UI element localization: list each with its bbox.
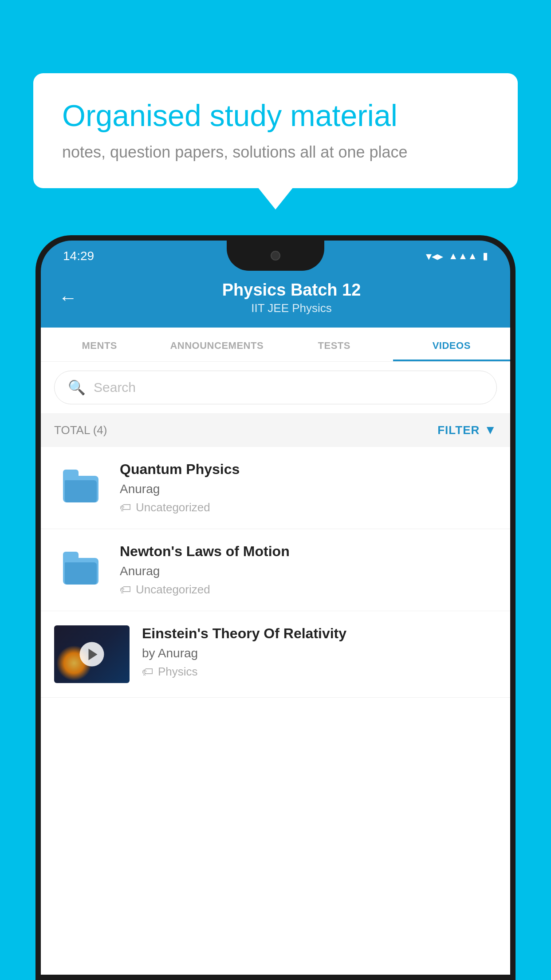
search-bar[interactable]: 🔍 Search — [54, 371, 497, 404]
filter-label: FILTER — [437, 423, 480, 437]
total-count: TOTAL (4) — [54, 423, 107, 437]
phone-frame: 14:29 ▾◂▸ ▲▲▲ ▮ ← Physics Batch 12 IIT J… — [35, 235, 516, 980]
video-info: Quantum Physics Anurag 🏷 Uncategorized — [120, 461, 497, 514]
item-thumbnail — [54, 461, 107, 514]
speech-bubble-section: Organised study material notes, question… — [33, 73, 518, 188]
play-triangle-icon — [88, 648, 97, 660]
header-title: Physics Batch 12 — [91, 281, 492, 300]
filter-button[interactable]: FILTER ▼ — [437, 423, 497, 437]
status-time: 14:29 — [63, 249, 94, 263]
tab-tests[interactable]: TESTS — [276, 328, 393, 361]
folder-icon — [63, 474, 98, 502]
folder-icon-wrapper — [61, 468, 101, 508]
tag-label: Uncategorized — [136, 583, 210, 597]
tag-icon: 🏷 — [142, 665, 153, 679]
video-tag: 🏷 Uncategorized — [120, 501, 497, 514]
folder-icon — [63, 556, 98, 585]
phone-notch — [227, 241, 324, 271]
list-item[interactable]: Newton's Laws of Motion Anurag 🏷 Uncateg… — [41, 529, 510, 611]
search-input[interactable]: Search — [94, 380, 136, 395]
tag-icon: 🏷 — [120, 583, 131, 597]
tab-ments[interactable]: MENTS — [41, 328, 158, 361]
video-list: Quantum Physics Anurag 🏷 Uncategorized — [41, 447, 510, 975]
phone-inner: 14:29 ▾◂▸ ▲▲▲ ▮ ← Physics Batch 12 IIT J… — [41, 241, 510, 975]
filter-icon: ▼ — [484, 423, 497, 437]
folder-front — [65, 562, 97, 585]
search-icon: 🔍 — [68, 379, 86, 396]
tab-videos[interactable]: VIDEOS — [393, 328, 511, 361]
phone-screen: ← Physics Batch 12 IIT JEE Physics MENTS… — [41, 272, 510, 975]
battery-icon: ▮ — [483, 250, 488, 262]
video-tag: 🏷 Physics — [142, 665, 497, 679]
video-tag: 🏷 Uncategorized — [120, 583, 497, 597]
play-button[interactable] — [80, 642, 104, 667]
video-thumbnail-einstein — [54, 625, 130, 683]
header-subtitle: IIT JEE Physics — [91, 301, 492, 315]
bubble-subtitle: notes, question papers, solutions all at… — [62, 143, 489, 162]
tab-bar: MENTS ANNOUNCEMENTS TESTS VIDEOS — [41, 328, 510, 362]
bubble-title: Organised study material — [62, 98, 489, 134]
search-container: 🔍 Search — [41, 362, 510, 413]
speech-bubble-card: Organised study material notes, question… — [33, 73, 518, 188]
back-button[interactable]: ← — [59, 287, 77, 308]
video-info: Newton's Laws of Motion Anurag 🏷 Uncateg… — [120, 543, 497, 597]
video-info: Einstein's Theory Of Relativity by Anura… — [142, 625, 497, 679]
list-item[interactable]: Einstein's Theory Of Relativity by Anura… — [41, 611, 510, 698]
video-author: Anurag — [120, 564, 497, 578]
filter-row: TOTAL (4) FILTER ▼ — [41, 413, 510, 447]
wifi-icon: ▾◂▸ — [426, 249, 443, 263]
folder-front — [65, 480, 97, 502]
signal-icon: ▲▲▲ — [449, 250, 477, 262]
video-title: Einstein's Theory Of Relativity — [142, 625, 497, 642]
video-title: Quantum Physics — [120, 461, 497, 478]
front-camera — [271, 251, 280, 261]
header-title-group: Physics Batch 12 IIT JEE Physics — [91, 281, 492, 315]
folder-icon-wrapper — [61, 550, 101, 590]
list-item[interactable]: Quantum Physics Anurag 🏷 Uncategorized — [41, 447, 510, 529]
item-thumbnail — [54, 543, 107, 597]
video-title: Newton's Laws of Motion — [120, 543, 497, 560]
tag-label: Uncategorized — [136, 501, 210, 514]
tag-icon: 🏷 — [120, 501, 131, 514]
video-author: by Anurag — [142, 646, 497, 660]
status-icons: ▾◂▸ ▲▲▲ ▮ — [426, 249, 488, 263]
tag-label: Physics — [158, 665, 198, 679]
tab-announcements[interactable]: ANNOUNCEMENTS — [158, 328, 276, 361]
app-header: ← Physics Batch 12 IIT JEE Physics — [41, 272, 510, 328]
video-author: Anurag — [120, 482, 497, 496]
